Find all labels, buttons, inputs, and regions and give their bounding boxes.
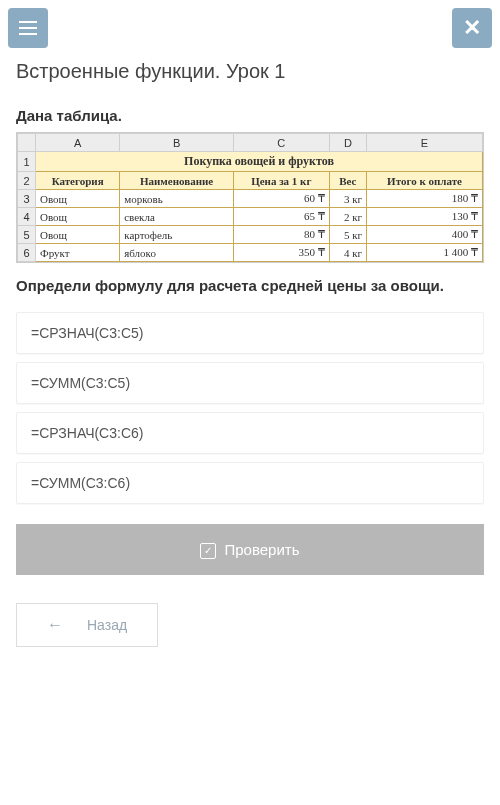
col-header: A xyxy=(36,134,120,152)
close-icon: ✕ xyxy=(463,15,481,41)
cell: 1 400 ₸ xyxy=(367,244,483,262)
cell: Овощ xyxy=(36,208,120,226)
cell: яблоко xyxy=(120,244,234,262)
cell: 80 ₸ xyxy=(233,226,329,244)
answer-option[interactable]: =СУММ(C3:C6) xyxy=(16,462,484,504)
table-row: 5 Овощ картофель 80 ₸ 5 кг 400 ₸ xyxy=(18,226,483,244)
answer-option[interactable]: =СРЗНАЧ(C3:C6) xyxy=(16,412,484,454)
table-header: Категория xyxy=(36,172,120,190)
table-header: Наименование xyxy=(120,172,234,190)
question-text: Определи формулу для расчета средней цен… xyxy=(16,275,484,296)
table-header: Цена за 1 кг xyxy=(233,172,329,190)
cell: 180 ₸ xyxy=(367,190,483,208)
cell: 5 кг xyxy=(329,226,366,244)
cell: 130 ₸ xyxy=(367,208,483,226)
cell: 3 кг xyxy=(329,190,366,208)
table-caption: Дана таблица. xyxy=(16,107,484,124)
cell: Овощ xyxy=(36,190,120,208)
spreadsheet: A B C D E 1 Покупка овощей и фруктов 2 К… xyxy=(16,132,484,263)
cell: Овощ xyxy=(36,226,120,244)
table-row: 4 Овощ свекла 65 ₸ 2 кг 130 ₸ xyxy=(18,208,483,226)
cell: 4 кг xyxy=(329,244,366,262)
cell: 400 ₸ xyxy=(367,226,483,244)
row-header: 2 xyxy=(18,172,36,190)
cell: морковь xyxy=(120,190,234,208)
col-header: B xyxy=(120,134,234,152)
row-header: 5 xyxy=(18,226,36,244)
arrow-left-icon: ← xyxy=(47,616,63,634)
answer-option[interactable]: =СРЗНАЧ(C3:C5) xyxy=(16,312,484,354)
col-header: E xyxy=(367,134,483,152)
col-header: D xyxy=(329,134,366,152)
check-icon xyxy=(200,540,216,559)
answer-option[interactable]: =СУММ(C3:C5) xyxy=(16,362,484,404)
row-header: 4 xyxy=(18,208,36,226)
page-title: Встроенные функции. Урок 1 xyxy=(16,60,484,83)
sheet-corner xyxy=(18,134,36,152)
back-label: Назад xyxy=(87,617,127,633)
close-button[interactable]: ✕ xyxy=(452,8,492,48)
cell: 65 ₸ xyxy=(233,208,329,226)
row-header: 1 xyxy=(18,152,36,172)
table-row: 3 Овощ морковь 60 ₸ 3 кг 180 ₸ xyxy=(18,190,483,208)
cell: 2 кг xyxy=(329,208,366,226)
col-header: C xyxy=(233,134,329,152)
table-header: Вес xyxy=(329,172,366,190)
check-label: Проверить xyxy=(224,541,299,558)
cell: Фрукт xyxy=(36,244,120,262)
table-header: Итого к оплате xyxy=(367,172,483,190)
check-button[interactable]: Проверить xyxy=(16,524,484,575)
cell: 60 ₸ xyxy=(233,190,329,208)
row-header: 3 xyxy=(18,190,36,208)
menu-button[interactable] xyxy=(8,8,48,48)
cell: свекла xyxy=(120,208,234,226)
back-button[interactable]: ← Назад xyxy=(16,603,158,647)
cell: 350 ₸ xyxy=(233,244,329,262)
sheet-title: Покупка овощей и фруктов xyxy=(36,152,483,172)
row-header: 6 xyxy=(18,244,36,262)
cell: картофель xyxy=(120,226,234,244)
table-row: 6 Фрукт яблоко 350 ₸ 4 кг 1 400 ₸ xyxy=(18,244,483,262)
hamburger-icon xyxy=(19,21,37,35)
